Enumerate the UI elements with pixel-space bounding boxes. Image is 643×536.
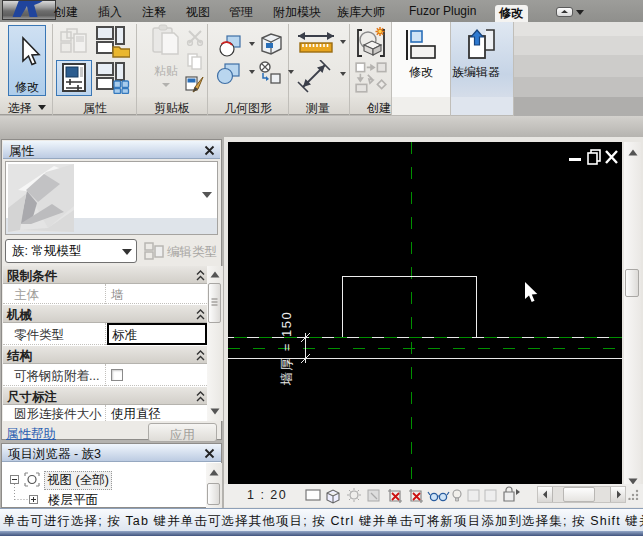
svg-text:墙厚 = 150: 墙厚 = 150: [279, 311, 294, 387]
